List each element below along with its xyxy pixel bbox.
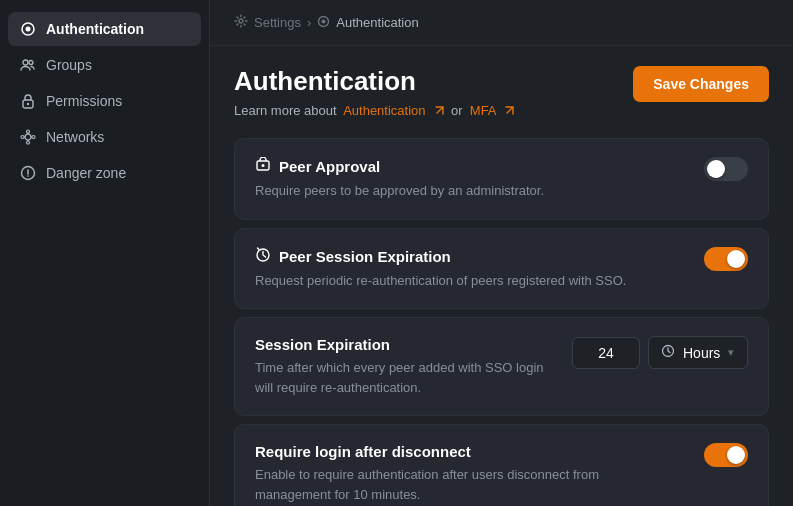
peer-approval-icon: [255, 157, 271, 176]
session-expiration-content: Session Expiration Time after which ever…: [255, 336, 748, 397]
peer-approval-desc: Require peers to be approved by an admin…: [255, 181, 675, 201]
clock-icon: [661, 344, 675, 361]
require-login-toggle[interactable]: [704, 443, 748, 467]
svg-point-17: [27, 175, 29, 177]
sidebar-item-networks[interactable]: Networks: [8, 120, 201, 154]
peer-session-toggle-container: [704, 247, 748, 271]
subtitle-or: or: [451, 103, 463, 118]
sidebar-item-groups[interactable]: Groups: [8, 48, 201, 82]
peer-session-expiration-card: Peer Session Expiration Request periodic…: [234, 228, 769, 310]
svg-point-18: [239, 19, 243, 23]
auth-link[interactable]: Authentication: [343, 103, 425, 118]
peer-approval-toggle-container: [704, 157, 748, 181]
svg-point-2: [23, 60, 28, 65]
lock-icon: [20, 93, 36, 109]
svg-point-20: [322, 19, 326, 23]
peer-approval-title: Peer Approval: [255, 157, 684, 176]
breadcrumb: Settings › Authentication: [210, 0, 793, 46]
page-title: Authentication: [234, 66, 514, 97]
peer-session-icon: [255, 247, 271, 266]
settings-cards: Peer Approval Require peers to be approv…: [210, 130, 793, 506]
breadcrumb-authentication: Authentication: [336, 15, 418, 30]
network-icon: [20, 129, 36, 145]
circle-dot-icon: [20, 21, 36, 37]
sidebar-item-authentication[interactable]: Authentication: [8, 12, 201, 46]
page-subtitle: Learn more about Authentication or MFA: [234, 103, 514, 118]
session-select-label: Hours: [683, 345, 720, 361]
sidebar-item-danger-zone[interactable]: Danger zone: [8, 156, 201, 190]
chevron-down-icon: ▾: [728, 346, 734, 359]
sidebar-label-networks: Networks: [46, 129, 104, 145]
require-login-card: Require login after disconnect Enable to…: [234, 424, 769, 506]
peer-approval-toggle[interactable]: [704, 157, 748, 181]
breadcrumb-chevron: ›: [307, 15, 311, 30]
page-header: Authentication Learn more about Authenti…: [210, 46, 793, 130]
session-expiration-desc: Time after which every peer added with S…: [255, 358, 552, 397]
sidebar-label-groups: Groups: [46, 57, 92, 73]
svg-point-8: [27, 141, 30, 144]
sidebar-item-permissions[interactable]: Permissions: [8, 84, 201, 118]
peer-session-title: Peer Session Expiration: [255, 247, 684, 266]
peer-approval-info: Peer Approval Require peers to be approv…: [255, 157, 704, 201]
require-login-title: Require login after disconnect: [255, 443, 684, 460]
mfa-link[interactable]: MFA: [470, 103, 496, 118]
breadcrumb-icon-auth: [317, 15, 330, 31]
breadcrumb-settings: Settings: [254, 15, 301, 30]
svg-point-1: [26, 27, 31, 32]
sidebar-label-permissions: Permissions: [46, 93, 122, 109]
gear-icon: [234, 14, 248, 31]
require-login-toggle-container: [704, 443, 748, 467]
subtitle-prefix: Learn more about: [234, 103, 337, 118]
sidebar-label-authentication: Authentication: [46, 21, 144, 37]
svg-point-22: [262, 164, 265, 167]
sidebar-label-danger-zone: Danger zone: [46, 165, 126, 181]
svg-point-6: [25, 134, 31, 140]
session-expiration-controls: Hours ▾: [572, 336, 748, 369]
peer-session-info: Peer Session Expiration Request periodic…: [255, 247, 704, 291]
main-content: Settings › Authentication Authentication…: [210, 0, 793, 506]
peer-approval-card: Peer Approval Require peers to be approv…: [234, 138, 769, 220]
session-expiration-title: Session Expiration: [255, 336, 552, 353]
svg-point-10: [32, 136, 35, 139]
session-expiration-card: Session Expiration Time after which ever…: [234, 317, 769, 416]
svg-point-7: [27, 130, 30, 133]
svg-point-9: [21, 136, 24, 139]
groups-icon: [20, 57, 36, 73]
save-changes-button[interactable]: Save Changes: [633, 66, 769, 102]
session-expiration-select[interactable]: Hours ▾: [648, 336, 748, 369]
peer-session-desc: Request periodic re-authentication of pe…: [255, 271, 675, 291]
danger-icon: [20, 165, 36, 181]
peer-session-toggle[interactable]: [704, 247, 748, 271]
page-header-text: Authentication Learn more about Authenti…: [234, 66, 514, 118]
require-login-info: Require login after disconnect Enable to…: [255, 443, 704, 504]
svg-point-3: [29, 61, 33, 65]
svg-point-5: [27, 103, 29, 105]
require-login-desc: Enable to require authentication after u…: [255, 465, 675, 504]
sidebar: Authentication Groups Permissions: [0, 0, 210, 506]
session-expiration-input[interactable]: [572, 337, 640, 369]
session-expiration-info: Session Expiration Time after which ever…: [255, 336, 572, 397]
